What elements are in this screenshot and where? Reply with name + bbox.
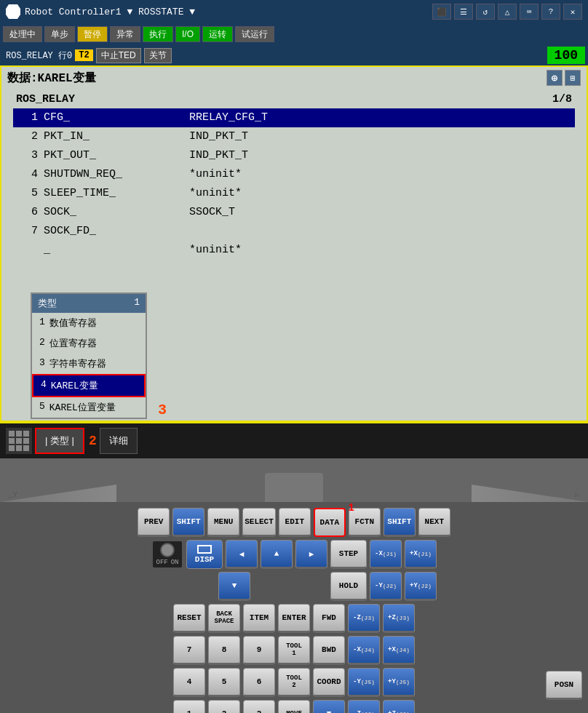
item-num: 5 [39,401,45,414]
btn-error[interactable]: 异常 [110,26,140,42]
key-minus-x-j4[interactable]: -X(J4) [348,636,380,665]
key-9[interactable]: 9 [243,636,275,665]
key-2[interactable]: 2 [208,700,240,713]
icon-grid[interactable]: ⬛ [432,4,451,20]
key-plus-y-j5[interactable]: +Y(J5) [383,668,415,697]
joint-button[interactable]: 关节 [144,48,172,63]
btn-pause[interactable]: 暂停 [77,26,108,42]
key-data[interactable]: DATA [314,508,346,537]
badge-1: 1 [348,502,354,514]
key-reset[interactable]: RESET [173,604,205,633]
type-button[interactable]: | 类型 | [35,428,84,454]
key-tool2[interactable]: TOOL2 [278,668,310,697]
table-row[interactable]: 6 SOCK_ SSOCK_T [13,203,575,222]
key-plus-z-j3[interactable]: +Z(J3) [383,604,415,633]
key-col-mid: STEP HOLD [330,540,367,601]
table-row[interactable]: 1 CFG_ RRELAY_CFG_T [13,108,575,127]
icon-refresh[interactable]: ↺ [476,4,495,20]
key-bwd[interactable]: BWD [313,636,345,665]
key-arrow-down2[interactable]: ▼ [313,700,345,713]
key-7[interactable]: 7 [173,636,205,665]
row-value: *uninit* [189,242,572,259]
key-edit[interactable]: EDIT [279,508,311,537]
key-arrow-right[interactable]: ▶ [295,540,327,569]
t2-badge: T2 [75,49,92,61]
icon-menu[interactable]: ☰ [454,4,473,20]
keyboard-area: PREV SHIFT MENU SELECT EDIT DATA 1 FCTN … [0,502,588,713]
table-row[interactable]: 2 PKT_IN_ IND_PKT_T [13,127,575,146]
btn-run[interactable]: 运转 [202,26,233,42]
key-backspace[interactable]: BACKSPACE [208,604,240,633]
on-label: ON [171,559,179,566]
posn-button[interactable]: POSN [546,671,582,700]
key-step[interactable]: STEP [330,540,367,569]
key-prev[interactable]: PREV [138,508,170,537]
key-minus-z-j6[interactable]: -Z(J6) [348,700,380,713]
key-arrow-down[interactable]: ▼ [218,572,250,601]
score-display: 100 [547,47,585,64]
table-row[interactable]: 5 SLEEP_TIME_ *uninit* [13,184,575,203]
row-name: CFG_ [44,109,189,127]
key-minus-y-j2[interactable]: -Y(J2) [370,572,402,601]
key-arrow-left[interactable]: ◀ [226,540,258,569]
key-shift-right[interactable]: SHIFT [384,508,416,537]
icon-keyboard[interactable]: ⌨ [520,4,539,20]
key-shift-left[interactable]: SHIFT [172,508,204,537]
key-fwd[interactable]: FWD [313,604,345,633]
table-row[interactable]: 7 SOCK_FD_ [13,222,575,241]
key-tool1[interactable]: TOOL1 [278,636,310,665]
key-5[interactable]: 5 [208,668,240,697]
data-table-title: ROS_RELAY 1/8 [13,93,575,105]
key-plus-x-j1[interactable]: +X(J1) [405,540,437,569]
zoom-button[interactable]: ⊕ [547,70,563,86]
expand-button[interactable]: ⊞ [565,70,581,86]
item-num: 3 [39,357,45,370]
table-row[interactable]: 3 PKT_OUT_ IND_PKT_T [13,146,575,165]
page-number: 1/8 [552,93,572,105]
off-on-switch[interactable]: OFF ON [151,540,183,569]
key-enter[interactable]: ENTER [278,604,310,633]
key-8[interactable]: 8 [208,636,240,665]
btn-io[interactable]: I/O [175,26,200,42]
key-move[interactable]: MOVE [278,700,310,713]
key-4[interactable]: 4 [173,668,205,697]
btn-trial[interactable]: 试运行 [235,26,274,42]
icon-close[interactable]: ✕ [563,4,582,20]
robot-icon [6,4,20,19]
disp-button[interactable]: DISP [186,540,223,569]
stop-button[interactable]: 中止TED [96,48,141,63]
key-minus-y-j5[interactable]: -Y(J5) [348,668,380,697]
key-plus-x-j4[interactable]: +X(J4) [383,636,415,665]
key-item[interactable]: ITEM [243,604,275,633]
key-menu[interactable]: MENU [207,508,239,537]
detail-button[interactable]: 详细 [100,428,138,454]
grid-button[interactable] [6,428,32,454]
dropdown-item-3[interactable]: 3 字符串寄存器 [32,354,146,374]
key-next[interactable]: NEXT [418,508,450,537]
title-text: Robot Controller1 ▼ ROSSTATE ▼ [25,7,432,17]
key-6[interactable]: 6 [243,668,275,697]
btn-single-step[interactable]: 单步 [44,26,75,42]
icon-up[interactable]: △ [498,4,517,20]
table-row[interactable]: _ *uninit* [13,241,575,260]
key-arrow-up[interactable]: ▲ [261,540,293,569]
dropdown-item-2[interactable]: 2 位置寄存器 [32,333,146,354]
key-select[interactable]: SELECT [242,508,276,537]
icon-help[interactable]: ? [541,4,560,20]
key-coord[interactable]: COORD [313,668,345,697]
key-plus-y-j2[interactable]: +Y(J2) [405,572,437,601]
dropdown-item-4-selected[interactable]: 4 KAREL变量 [32,374,146,397]
table-row[interactable]: 4 SHUTDWN_REQ_ *uninit* [13,165,575,184]
dropdown-item-1[interactable]: 1 数值寄存器 [32,313,146,333]
key-3[interactable]: 3 [243,700,275,713]
key-plus-z-j6[interactable]: +Z(J6) [383,700,415,713]
key-row-5: 7 8 9 TOOL1 BWD -X(J4) +X(J4) [6,636,582,665]
btn-execute[interactable]: 执行 [143,26,173,42]
key-1[interactable]: 1 [173,700,205,713]
dropdown-item-5[interactable]: 5 KAREL位置变量 [32,397,146,418]
badge-2: 2 [89,434,97,448]
key-hold[interactable]: HOLD [330,572,367,601]
key-minus-x-j1[interactable]: -X(J1) [370,540,402,569]
btn-processing[interactable]: 处理中 [3,26,42,42]
key-minus-z-j3[interactable]: -Z(J3) [348,604,380,633]
